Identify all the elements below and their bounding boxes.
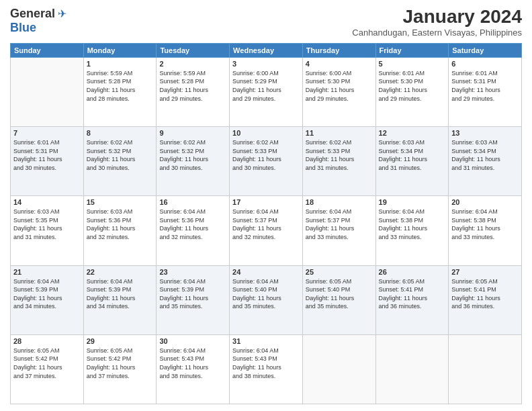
day-info: Sunrise: 6:04 AM Sunset: 5:43 PM Dayligh…: [159, 347, 226, 380]
day-number: 28: [13, 337, 81, 345]
day-number: 19: [379, 198, 446, 206]
day-cell: 16Sunrise: 6:04 AM Sunset: 5:36 PM Dayli…: [157, 196, 230, 265]
day-info: Sunrise: 6:04 AM Sunset: 5:39 PM Dayligh…: [13, 277, 81, 311]
subtitle: Canhandugan, Eastern Visayas, Philippine…: [352, 28, 522, 38]
day-number: 9: [159, 129, 226, 137]
day-cell: 3Sunrise: 6:00 AM Sunset: 5:29 PM Daylig…: [230, 57, 303, 126]
day-number: 29: [87, 337, 154, 345]
day-info: Sunrise: 5:59 AM Sunset: 5:28 PM Dayligh…: [87, 69, 154, 103]
day-number: 10: [232, 129, 300, 137]
day-number: 24: [232, 268, 300, 276]
day-number: 23: [159, 268, 226, 276]
day-cell: 13Sunrise: 6:03 AM Sunset: 5:34 PM Dayli…: [449, 127, 522, 196]
day-number: 25: [306, 268, 373, 276]
day-info: Sunrise: 6:00 AM Sunset: 5:29 PM Dayligh…: [232, 69, 300, 103]
day-info: Sunrise: 6:01 AM Sunset: 5:31 PM Dayligh…: [13, 138, 81, 172]
column-header-wednesday: Wednesday: [230, 43, 303, 57]
day-cell: [11, 57, 84, 126]
week-row-1: 1Sunrise: 5:59 AM Sunset: 5:28 PM Daylig…: [11, 57, 522, 126]
week-row-5: 28Sunrise: 6:05 AM Sunset: 5:42 PM Dayli…: [11, 334, 522, 404]
day-cell: 6Sunrise: 6:01 AM Sunset: 5:31 PM Daylig…: [449, 57, 522, 126]
day-cell: 17Sunrise: 6:04 AM Sunset: 5:37 PM Dayli…: [230, 196, 303, 265]
day-number: 21: [13, 268, 81, 276]
day-cell: 20Sunrise: 6:04 AM Sunset: 5:38 PM Dayli…: [449, 196, 522, 265]
day-cell: 1Sunrise: 5:59 AM Sunset: 5:28 PM Daylig…: [83, 57, 157, 126]
day-info: Sunrise: 6:04 AM Sunset: 5:43 PM Dayligh…: [232, 347, 300, 380]
day-cell: 15Sunrise: 6:03 AM Sunset: 5:36 PM Dayli…: [83, 196, 157, 265]
day-number: 15: [87, 198, 154, 206]
day-cell: 23Sunrise: 6:04 AM Sunset: 5:39 PM Dayli…: [157, 265, 230, 334]
header: General ✈ Blue January 2024 Canhandugan,…: [10, 7, 522, 38]
day-info: Sunrise: 6:03 AM Sunset: 5:36 PM Dayligh…: [87, 208, 154, 241]
page: General ✈ Blue January 2024 Canhandugan,…: [0, 0, 532, 411]
day-cell: 8Sunrise: 6:02 AM Sunset: 5:32 PM Daylig…: [83, 127, 157, 196]
day-cell: 18Sunrise: 6:04 AM Sunset: 5:37 PM Dayli…: [302, 196, 375, 265]
day-info: Sunrise: 6:04 AM Sunset: 5:38 PM Dayligh…: [379, 208, 446, 241]
day-info: Sunrise: 6:02 AM Sunset: 5:33 PM Dayligh…: [306, 138, 373, 172]
column-header-tuesday: Tuesday: [157, 43, 230, 57]
day-cell: 10Sunrise: 6:02 AM Sunset: 5:33 PM Dayli…: [230, 127, 303, 196]
day-cell: 4Sunrise: 6:00 AM Sunset: 5:30 PM Daylig…: [302, 57, 375, 126]
day-number: 5: [379, 60, 446, 68]
day-cell: 9Sunrise: 6:02 AM Sunset: 5:32 PM Daylig…: [157, 127, 230, 196]
day-cell: 31Sunrise: 6:04 AM Sunset: 5:43 PM Dayli…: [230, 334, 303, 404]
day-info: Sunrise: 6:04 AM Sunset: 5:38 PM Dayligh…: [451, 208, 519, 241]
day-cell: 2Sunrise: 5:59 AM Sunset: 5:28 PM Daylig…: [157, 57, 230, 126]
day-cell: 19Sunrise: 6:04 AM Sunset: 5:38 PM Dayli…: [375, 196, 449, 265]
header-row: SundayMondayTuesdayWednesdayThursdayFrid…: [11, 43, 522, 57]
day-cell: 7Sunrise: 6:01 AM Sunset: 5:31 PM Daylig…: [11, 127, 84, 196]
day-cell: 5Sunrise: 6:01 AM Sunset: 5:30 PM Daylig…: [375, 57, 449, 126]
logo-text-general: General: [10, 7, 55, 21]
day-cell: 27Sunrise: 6:05 AM Sunset: 5:41 PM Dayli…: [449, 265, 522, 334]
day-cell: 25Sunrise: 6:05 AM Sunset: 5:40 PM Dayli…: [302, 265, 375, 334]
day-cell: 29Sunrise: 6:05 AM Sunset: 5:42 PM Dayli…: [83, 334, 157, 404]
day-info: Sunrise: 6:03 AM Sunset: 5:34 PM Dayligh…: [379, 138, 446, 172]
day-number: 17: [232, 198, 300, 206]
week-row-2: 7Sunrise: 6:01 AM Sunset: 5:31 PM Daylig…: [11, 127, 522, 196]
day-info: Sunrise: 6:03 AM Sunset: 5:34 PM Dayligh…: [451, 138, 519, 172]
day-info: Sunrise: 6:04 AM Sunset: 5:36 PM Dayligh…: [159, 208, 226, 241]
month-title: January 2024: [352, 7, 522, 28]
column-header-saturday: Saturday: [449, 43, 522, 57]
day-cell: [449, 334, 522, 404]
day-number: 7: [13, 129, 81, 137]
day-info: Sunrise: 6:04 AM Sunset: 5:37 PM Dayligh…: [306, 208, 373, 241]
day-info: Sunrise: 6:03 AM Sunset: 5:35 PM Dayligh…: [13, 208, 81, 241]
day-number: 11: [306, 129, 373, 137]
day-cell: 30Sunrise: 6:04 AM Sunset: 5:43 PM Dayli…: [157, 334, 230, 404]
day-cell: 22Sunrise: 6:04 AM Sunset: 5:39 PM Dayli…: [83, 265, 157, 334]
day-info: Sunrise: 6:02 AM Sunset: 5:32 PM Dayligh…: [87, 138, 154, 172]
day-info: Sunrise: 5:59 AM Sunset: 5:28 PM Dayligh…: [159, 69, 226, 103]
day-number: 14: [13, 198, 81, 206]
day-cell: 28Sunrise: 6:05 AM Sunset: 5:42 PM Dayli…: [11, 334, 84, 404]
calendar-table: SundayMondayTuesdayWednesdayThursdayFrid…: [10, 43, 522, 404]
day-cell: [302, 334, 375, 404]
title-area: January 2024 Canhandugan, Eastern Visaya…: [352, 7, 522, 38]
day-cell: 26Sunrise: 6:05 AM Sunset: 5:41 PM Dayli…: [375, 265, 449, 334]
day-number: 8: [87, 129, 154, 137]
day-number: 26: [379, 268, 446, 276]
day-info: Sunrise: 6:04 AM Sunset: 5:39 PM Dayligh…: [87, 277, 154, 311]
column-header-sunday: Sunday: [11, 43, 84, 57]
logo-text-blue: Blue: [10, 21, 36, 34]
day-number: 6: [451, 60, 519, 68]
logo-bird-icon: ✈: [58, 7, 66, 20]
logo: General ✈ Blue: [10, 7, 66, 35]
day-info: Sunrise: 6:01 AM Sunset: 5:30 PM Dayligh…: [379, 69, 446, 103]
day-info: Sunrise: 6:04 AM Sunset: 5:37 PM Dayligh…: [232, 208, 300, 241]
day-number: 20: [451, 198, 519, 206]
day-cell: 12Sunrise: 6:03 AM Sunset: 5:34 PM Dayli…: [375, 127, 449, 196]
column-header-friday: Friday: [375, 43, 449, 57]
day-number: 13: [451, 129, 519, 137]
day-cell: 11Sunrise: 6:02 AM Sunset: 5:33 PM Dayli…: [302, 127, 375, 196]
day-info: Sunrise: 6:02 AM Sunset: 5:32 PM Dayligh…: [159, 138, 226, 172]
day-cell: [375, 334, 449, 404]
day-number: 12: [379, 129, 446, 137]
day-number: 4: [306, 60, 373, 68]
day-info: Sunrise: 6:05 AM Sunset: 5:41 PM Dayligh…: [451, 277, 519, 311]
day-number: 18: [306, 198, 373, 206]
column-header-thursday: Thursday: [302, 43, 375, 57]
day-cell: 24Sunrise: 6:04 AM Sunset: 5:40 PM Dayli…: [230, 265, 303, 334]
week-row-4: 21Sunrise: 6:04 AM Sunset: 5:39 PM Dayli…: [11, 265, 522, 334]
day-number: 16: [159, 198, 226, 206]
